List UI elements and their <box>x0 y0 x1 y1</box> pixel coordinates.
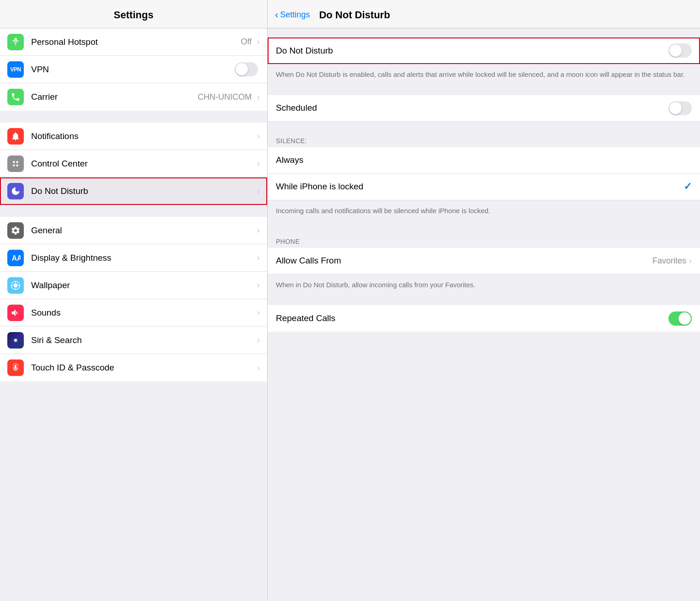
back-label: Settings <box>280 10 310 20</box>
silence-section-label: SILENCE: <box>268 131 700 147</box>
siri-search-label: Siri & Search <box>31 335 255 345</box>
sidebar-item-touch-id[interactable]: Touch ID & Passcode › <box>0 354 267 381</box>
silence-locked-label: While iPhone is locked <box>276 182 684 192</box>
control-center-label: Control Center <box>31 159 255 169</box>
siri-search-chevron: › <box>257 335 260 345</box>
do-not-disturb-icon <box>7 183 24 199</box>
silence-always-label: Always <box>276 155 692 165</box>
repeated-calls-toggle[interactable] <box>668 311 692 326</box>
silence-locked-checkmark: ✓ <box>684 181 692 193</box>
dnd-description: When Do Not Disturb is enabled, calls an… <box>268 64 700 86</box>
general-chevron: › <box>257 225 260 235</box>
svg-point-5 <box>16 164 18 166</box>
phone-section-label: PHONE <box>268 231 700 248</box>
section-network: Personal Hotspot Off › VPN VPN <box>0 28 267 111</box>
carrier-chevron: › <box>257 92 260 102</box>
wallpaper-label: Wallpaper <box>31 280 255 290</box>
notifications-icon <box>7 128 24 145</box>
do-not-disturb-chevron: › <box>257 187 260 196</box>
dnd-toggle-knob <box>669 44 682 57</box>
gap-2 <box>0 205 267 217</box>
sounds-icon <box>7 305 24 321</box>
repeated-calls-row[interactable]: Repeated Calls <box>268 305 700 332</box>
display-brightness-label: Display & Brightness <box>31 253 255 263</box>
r-gap-5 <box>268 296 700 305</box>
siri-search-icon <box>7 332 24 349</box>
right-panel: ‹ Settings Do Not Disturb Do Not Disturb… <box>268 0 700 601</box>
right-panel-title: Do Not Disturb <box>319 9 390 21</box>
gap-1 <box>0 111 267 123</box>
carrier-icon <box>7 89 24 105</box>
settings-title: Settings <box>0 0 267 28</box>
personal-hotspot-icon <box>7 34 24 50</box>
left-panel: Settings Personal Hotspot Off › <box>0 0 268 601</box>
back-button[interactable]: ‹ Settings <box>275 9 310 21</box>
sidebar-item-personal-hotspot[interactable]: Personal Hotspot Off › <box>0 28 267 56</box>
svg-point-3 <box>16 161 18 163</box>
wallpaper-chevron: › <box>257 280 260 290</box>
dnd-toggle-row[interactable]: Do Not Disturb <box>268 38 700 64</box>
vpn-label: VPN <box>31 64 235 75</box>
do-not-disturb-label: Do Not Disturb <box>31 186 255 196</box>
touch-id-label: Touch ID & Passcode <box>31 363 255 373</box>
wallpaper-icon <box>7 277 24 294</box>
general-label: General <box>31 225 255 236</box>
dnd-label: Do Not Disturb <box>276 46 668 56</box>
back-chevron-icon: ‹ <box>275 9 278 21</box>
sounds-chevron: › <box>257 308 260 317</box>
scheduled-label: Scheduled <box>276 103 668 113</box>
scheduled-row[interactable]: Scheduled <box>268 95 700 122</box>
display-brightness-icon: AA <box>7 250 24 266</box>
sidebar-item-control-center[interactable]: Control Center › <box>0 150 267 177</box>
touch-id-chevron: › <box>257 363 260 373</box>
svg-point-2 <box>13 161 15 163</box>
svg-text:AA: AA <box>12 254 21 262</box>
allow-calls-description: When in Do Not Disturb, allow incoming c… <box>268 274 700 296</box>
r-gap-top <box>268 28 700 38</box>
sidebar-item-sounds[interactable]: Sounds › <box>0 299 267 327</box>
allow-calls-row[interactable]: Allow Calls From Favorites › <box>268 248 700 274</box>
sidebar-item-display-brightness[interactable]: AA Display & Brightness › <box>0 244 267 272</box>
sidebar-item-wallpaper[interactable]: Wallpaper › <box>0 272 267 299</box>
sidebar-item-carrier[interactable]: Carrier CHN-UNICOM › <box>0 83 267 111</box>
sidebar-item-notifications[interactable]: Notifications › <box>0 123 267 150</box>
sidebar-item-vpn[interactable]: VPN VPN <box>0 56 267 83</box>
display-brightness-chevron: › <box>257 253 260 263</box>
allow-calls-label: Allow Calls From <box>276 256 652 266</box>
allow-calls-chevron: › <box>689 256 692 266</box>
carrier-value: CHN-UNICOM <box>198 92 252 102</box>
scheduled-toggle-knob <box>669 102 682 114</box>
sounds-label: Sounds <box>31 308 255 318</box>
touch-id-icon <box>7 360 24 376</box>
sidebar-item-general[interactable]: General › <box>0 217 267 244</box>
right-header: ‹ Settings Do Not Disturb <box>268 0 700 28</box>
notifications-chevron: › <box>257 131 260 141</box>
scheduled-toggle[interactable] <box>668 101 692 115</box>
section-system: Notifications › Control Center › <box>0 123 267 205</box>
repeated-calls-label: Repeated Calls <box>276 313 668 323</box>
sidebar-item-siri-search[interactable]: Siri & Search › <box>0 327 267 354</box>
svg-point-7 <box>13 283 17 287</box>
svg-point-9 <box>14 339 17 342</box>
notifications-label: Notifications <box>31 131 255 141</box>
svg-point-0 <box>15 38 16 40</box>
carrier-label: Carrier <box>31 92 198 102</box>
section-display: General › AA Display & Brightness › <box>0 217 267 381</box>
dnd-toggle[interactable] <box>668 43 692 58</box>
personal-hotspot-chevron: › <box>257 37 260 47</box>
svg-point-4 <box>13 164 15 166</box>
personal-hotspot-value: Off <box>241 37 252 47</box>
vpn-toggle-knob <box>236 63 248 75</box>
general-icon <box>7 222 24 239</box>
vpn-icon: VPN <box>7 61 24 78</box>
control-center-icon <box>7 156 24 172</box>
silence-locked-row[interactable]: While iPhone is locked ✓ <box>268 174 700 200</box>
silence-locked-description: Incoming calls and notifications will be… <box>268 200 700 222</box>
personal-hotspot-label: Personal Hotspot <box>31 37 241 47</box>
r-gap-3 <box>268 122 700 131</box>
vpn-toggle[interactable] <box>235 62 258 76</box>
allow-calls-value: Favorites <box>652 256 686 266</box>
silence-always-row[interactable]: Always <box>268 147 700 174</box>
sidebar-item-do-not-disturb[interactable]: Do Not Disturb › <box>0 177 267 205</box>
r-gap-2 <box>268 86 700 95</box>
